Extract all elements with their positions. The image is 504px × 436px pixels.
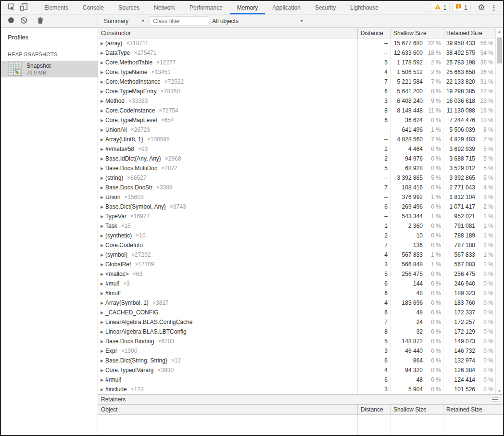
- table-row[interactable]: ▶ #include ×123 3 5 904 0 % 101 526 0 %: [98, 385, 495, 394]
- column-header-distance[interactable]: Distance: [357, 28, 390, 38]
- column-header-retained-size[interactable]: Retained Size: [443, 405, 503, 414]
- table-row[interactable]: ▶ (array) ×318711 – 15 677 680 22 % 39 9…: [98, 38, 495, 48]
- table-row[interactable]: ▶ Core.MethodInstance ×72522 7 5 221 584…: [98, 77, 495, 87]
- table-row[interactable]: ▶ _CACHED_CONFIG 6 48 0 % 172 337 0 %: [98, 308, 495, 317]
- table-row[interactable]: ▶ Core.CodeInfo 7 136 0 % 787 188 1 %: [98, 240, 495, 250]
- expand-arrow-icon[interactable]: ▶: [101, 137, 105, 142]
- column-header-constructor[interactable]: Constructor: [98, 28, 357, 38]
- tab-application[interactable]: Application: [265, 1, 308, 14]
- expand-arrow-icon[interactable]: ▶: [101, 320, 105, 324]
- table-row[interactable]: ▶ GlobalRef ×17709 3 566 848 1 % 567 083…: [98, 260, 495, 269]
- expand-arrow-icon[interactable]: ▶: [101, 147, 105, 151]
- table-row[interactable]: ▶ Core.TypeMapEntry ×78350 6 5 641 200 8…: [98, 87, 495, 96]
- expand-arrow-icon[interactable]: ▶: [101, 243, 105, 248]
- expand-arrow-icon[interactable]: ▶: [101, 359, 105, 363]
- table-row[interactable]: ▶ Core.TypeMapLevel ×654 6 36 624 0 % 7 …: [98, 115, 495, 125]
- expand-arrow-icon[interactable]: ▶: [101, 282, 105, 286]
- table-row[interactable]: ▶ Method ×33383 3 6 408 240 9 % 16 036 6…: [98, 96, 495, 106]
- expand-arrow-icon[interactable]: ▶: [101, 349, 105, 353]
- expand-arrow-icon[interactable]: ▶: [101, 224, 105, 228]
- tab-network[interactable]: Network: [147, 1, 182, 14]
- table-row[interactable]: ▶ UnionAll ×26723 – 641 496 1 % 5 506 03…: [98, 125, 495, 135]
- expand-arrow-icon[interactable]: ▶: [101, 378, 105, 382]
- column-header-object[interactable]: Object: [98, 405, 357, 414]
- table-row[interactable]: ▶ #lmul! 6 48 0 % 189 323 0 %: [98, 288, 495, 298]
- table-row[interactable]: ▶ Union ×15603 – 376 992 1 % 1 812 104 3…: [98, 192, 495, 202]
- expand-arrow-icon[interactable]: ▶: [101, 51, 105, 55]
- table-row[interactable]: ▶ Core.CodeInstance ×72754 8 8 148 448 1…: [98, 106, 495, 115]
- tab-security[interactable]: Security: [308, 1, 343, 14]
- tab-performance[interactable]: Performance: [182, 1, 230, 14]
- expand-arrow-icon[interactable]: ▶: [101, 262, 105, 267]
- table-row[interactable]: ▶ DataType ×175471 – 12 633 600 18 % 38 …: [98, 48, 495, 58]
- expand-arrow-icon[interactable]: ▶: [101, 311, 105, 315]
- expand-arrow-icon[interactable]: ▶: [101, 195, 105, 199]
- expand-arrow-icon[interactable]: ▶: [101, 186, 105, 190]
- table-row[interactable]: ▶ Base.Docs.MultiDoc ×2872 5 68 928 0 % …: [98, 163, 495, 173]
- issues-badge[interactable]: 1: [452, 3, 471, 12]
- expand-arrow-icon[interactable]: ▶: [101, 339, 105, 344]
- table-row[interactable]: ▶ <malloc> ×63 5 256 475 0 % 256 475 0 %: [98, 269, 495, 279]
- tab-console[interactable]: Console: [76, 1, 111, 14]
- table-row[interactable]: ▶ ##meta#58 ×93 2 4 464 0 % 3 692 939 5 …: [98, 144, 495, 154]
- column-header-shallow-size[interactable]: Shallow Size: [390, 405, 443, 414]
- tab-memory[interactable]: Memory: [230, 1, 265, 14]
- column-header-shallow-size[interactable]: Shallow Size: [390, 28, 443, 38]
- expand-arrow-icon[interactable]: ▶: [101, 387, 105, 392]
- table-row[interactable]: ▶ LinearAlgebra.BLAS.LBTConfig 8 32 0 % …: [98, 327, 495, 336]
- expand-arrow-icon[interactable]: ▶: [101, 291, 105, 296]
- table-row[interactable]: ▶ TypeVar ×16977 – 543 344 1 % 952 021 1…: [98, 212, 495, 221]
- table-row[interactable]: ▶ (symbol) ×27292 4 567 833 1 % 567 833 …: [98, 250, 495, 260]
- settings-button[interactable]: ⚙: [475, 2, 488, 13]
- table-row[interactable]: ▶ (string) ×66527 – 3 392 865 5 % 3 392 …: [98, 173, 495, 183]
- vertical-scrollbar[interactable]: ▲ ▼: [495, 28, 503, 394]
- perspective-select[interactable]: Summary ▼: [101, 16, 148, 26]
- tab-elements[interactable]: Elements: [37, 1, 76, 14]
- expand-arrow-icon[interactable]: ▶: [101, 368, 105, 373]
- record-heap-snapshot-button[interactable]: [5, 15, 17, 27]
- table-row[interactable]: ▶ Base.Docs.DocStr ×3388 7 108 416 0 % 2…: [98, 183, 495, 192]
- table-row[interactable]: ▶ Core.TypeofVararg ×3930 4 94 320 0 % 1…: [98, 365, 495, 375]
- clear-profiles-button[interactable]: [17, 15, 30, 27]
- expand-arrow-icon[interactable]: ▶: [101, 214, 105, 219]
- expand-arrow-icon[interactable]: ▶: [101, 176, 105, 180]
- table-row[interactable]: ▶ Task ×15 1 2 360 0 % 791 081 1 %: [98, 221, 495, 231]
- expand-arrow-icon[interactable]: ▶: [101, 61, 105, 65]
- column-header-retained-size[interactable]: Retained Size: [443, 28, 495, 38]
- expand-arrow-icon[interactable]: ▶: [101, 128, 105, 132]
- table-row[interactable]: ▶ Base.IdDict{Any, Any} ×2968 2 94 976 0…: [98, 154, 495, 163]
- table-row[interactable]: ▶ Array{UInt8, 1} ×100595 – 4 828 560 7 …: [98, 135, 495, 144]
- expand-arrow-icon[interactable]: ▶: [101, 157, 105, 161]
- table-row[interactable]: ▶ (synthetic) ×10 2 10 0 % 788 189 1 %: [98, 231, 495, 240]
- table-row[interactable]: ▶ Base.Docs.Binding ×6203 5 148 872 0 % …: [98, 336, 495, 346]
- table-row[interactable]: ▶ Base.Dict{Symbol, Any} ×3743 6 269 496…: [98, 202, 495, 212]
- expand-arrow-icon[interactable]: ▶: [101, 166, 105, 171]
- table-row[interactable]: ▶ #mul! ×3 6 144 0 % 246 940 0 %: [98, 279, 495, 288]
- expand-arrow-icon[interactable]: ▶: [101, 118, 105, 123]
- expand-arrow-icon[interactable]: ▶: [101, 330, 105, 334]
- table-row[interactable]: ▶ Core.MethodTable ×12277 5 1 178 592 2 …: [98, 58, 495, 67]
- table-row[interactable]: ▶ Expr ×1900 3 46 440 0 % 146 732 0 %: [98, 346, 495, 356]
- expand-arrow-icon[interactable]: ▶: [101, 301, 105, 305]
- table-row[interactable]: ▶ Base.Dict{String, String} ×12 6 864 0 …: [98, 356, 495, 365]
- object-filter-select[interactable]: All objects ▼: [209, 16, 306, 26]
- retainers-menu-icon[interactable]: [492, 398, 500, 402]
- scroll-down-icon[interactable]: ▼: [496, 387, 503, 394]
- expand-arrow-icon[interactable]: ▶: [101, 109, 105, 113]
- expand-arrow-icon[interactable]: ▶: [101, 89, 105, 94]
- table-row[interactable]: ▶ #rmul! 6 48 0 % 124 414 0 %: [98, 375, 495, 385]
- expand-arrow-icon[interactable]: ▶: [101, 70, 105, 75]
- scrollbar-thumb[interactable]: [497, 37, 502, 63]
- expand-arrow-icon[interactable]: ▶: [101, 234, 105, 238]
- table-row[interactable]: ▶ Array{Symbol, 1} ×3827 4 183 696 0 % 1…: [98, 298, 495, 308]
- tab-lighthouse[interactable]: Lighthouse: [343, 1, 386, 14]
- more-options-button[interactable]: ⋮: [488, 2, 500, 13]
- device-toolbar-button[interactable]: [17, 2, 30, 13]
- column-header-distance[interactable]: Distance: [357, 405, 390, 414]
- table-row[interactable]: ▶ Core.TypeName ×13451 4 1 506 512 2 % 2…: [98, 67, 495, 77]
- expand-arrow-icon[interactable]: ▶: [101, 99, 105, 103]
- delete-profile-button[interactable]: [34, 15, 47, 27]
- class-filter-input[interactable]: [150, 16, 208, 26]
- sidebar-item-snapshot[interactable]: % Snapshot 70.9 MB: [1, 61, 98, 77]
- inspect-element-button[interactable]: [5, 2, 17, 13]
